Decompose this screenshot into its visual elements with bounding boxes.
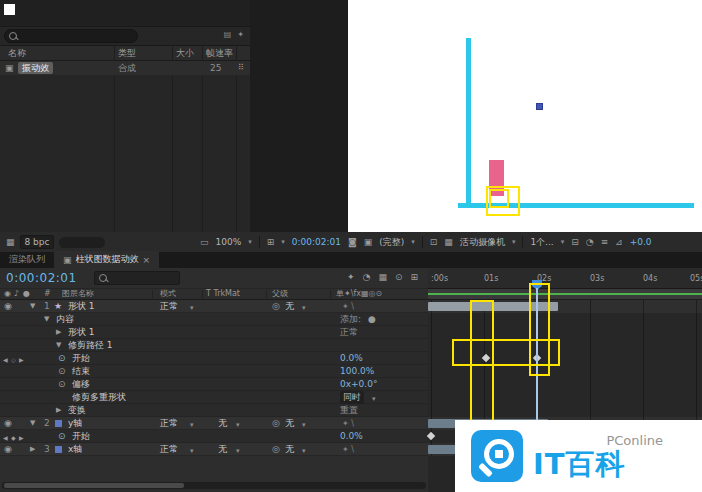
stopwatch-icon[interactable]: ⊙ bbox=[58, 365, 66, 378]
property-value[interactable]: 0.0% bbox=[340, 430, 363, 443]
graph-editor-icon[interactable]: ⊞ bbox=[410, 272, 418, 282]
group-blend-mode[interactable]: 正常 bbox=[340, 326, 358, 339]
scrollbar-handle[interactable] bbox=[4, 483, 184, 488]
frame-blend-icon[interactable]: ▦ bbox=[378, 272, 387, 282]
group-name[interactable]: 形状 1 bbox=[68, 326, 95, 339]
layer-name[interactable]: 形状 1 bbox=[68, 300, 95, 313]
eye-toggle-icon[interactable]: ◉ bbox=[4, 417, 12, 430]
layer-switches[interactable]: ✦ \ bbox=[342, 443, 354, 456]
zoom-select[interactable]: 100% bbox=[216, 237, 242, 247]
layer-name[interactable]: x轴 bbox=[68, 443, 82, 456]
layer-row[interactable]: ◉ ▼ 2 y轴 正常 ▾ 无 ▾ ◎ 无 ▾ ✦ \ bbox=[0, 417, 428, 430]
close-icon[interactable]: × bbox=[143, 255, 151, 265]
stopwatch-icon[interactable]: ⊙ bbox=[58, 378, 66, 391]
property-name[interactable]: 开始 bbox=[72, 430, 90, 443]
project-search-input[interactable] bbox=[4, 29, 138, 43]
expander-icon[interactable]: ▶ bbox=[30, 443, 35, 456]
property-group-row[interactable]: ▼ 修剪路径 1 bbox=[0, 339, 428, 352]
snapshot-icon[interactable]: ◙ bbox=[348, 237, 357, 247]
property-row[interactable]: ◀ ◇ ▶ ⊙ 开始 0.0% bbox=[0, 352, 428, 365]
work-area-bar[interactable] bbox=[428, 289, 702, 300]
property-group-row[interactable]: ▼ 内容 添加: ● bbox=[0, 313, 428, 326]
hide-shy-layers-icon[interactable]: ◔ bbox=[363, 272, 371, 282]
parent-select[interactable]: 无 bbox=[285, 417, 294, 430]
group-name[interactable]: 变换 bbox=[68, 404, 86, 417]
y-axis-shape[interactable] bbox=[466, 38, 471, 208]
exposure-icon[interactable]: ⊿ bbox=[615, 237, 623, 247]
panel-flag-icon[interactable]: ✦ bbox=[237, 30, 244, 39]
expander-icon[interactable]: ▼ bbox=[44, 313, 49, 326]
viewer-timecode[interactable]: 0:00:02:01 bbox=[292, 237, 341, 247]
motion-blur-icon[interactable]: ⊙ bbox=[395, 272, 403, 282]
blend-mode-select[interactable]: 正常 bbox=[160, 300, 178, 313]
time-ruler[interactable]: :00s 01s 02s 03s 04s 05s bbox=[428, 268, 702, 289]
col-trkmat[interactable]: T TrkMat bbox=[206, 289, 240, 299]
stopwatch-icon[interactable]: ⊙ bbox=[58, 430, 66, 443]
trkmat-select[interactable]: 无 bbox=[218, 443, 227, 456]
composition-view[interactable] bbox=[348, 0, 702, 232]
parent-select[interactable]: 无 bbox=[285, 443, 294, 456]
bit-depth-button[interactable]: 8 bpc bbox=[20, 235, 55, 249]
pickwhip-icon[interactable]: ◎ bbox=[272, 443, 280, 456]
layer-color-swatch[interactable] bbox=[55, 420, 62, 427]
pickwhip-icon[interactable]: ◎ bbox=[272, 300, 280, 313]
camera-select[interactable]: 活动摄像机 bbox=[460, 236, 505, 249]
grid-guides-icon[interactable]: ⊞ bbox=[267, 237, 275, 247]
col-type[interactable]: 类型 bbox=[118, 46, 136, 60]
property-group-row[interactable]: ▶ 变换 重置 bbox=[0, 404, 428, 417]
trkmat-select[interactable]: 无 bbox=[218, 417, 227, 430]
layer-row[interactable]: ◉ ▼ 1 ★ 形状 1 正常 ▾ ◎ 无 ▾ ✦ \ bbox=[0, 300, 428, 313]
col-fps[interactable]: 帧速率 bbox=[206, 46, 233, 60]
layer-switches[interactable]: ✦ \ bbox=[342, 417, 354, 430]
add-menu-icon[interactable]: ● bbox=[368, 313, 376, 326]
layer-color-swatch[interactable] bbox=[55, 446, 62, 453]
property-name[interactable]: 偏移 bbox=[72, 378, 90, 391]
property-value[interactable]: 100.0% bbox=[340, 365, 374, 378]
draft-3d-icon[interactable]: ✦ bbox=[347, 272, 355, 282]
property-name[interactable]: 开始 bbox=[72, 352, 90, 365]
fast-preview-icon[interactable]: ◔ bbox=[586, 237, 594, 247]
current-timecode[interactable]: 0:00:02:01 bbox=[6, 271, 77, 285]
blend-mode-select[interactable]: 正常 bbox=[160, 443, 178, 456]
property-group-row[interactable]: ▶ 形状 1 正常 bbox=[0, 326, 428, 339]
stopwatch-icon[interactable]: ⊙ bbox=[58, 352, 66, 365]
expander-icon[interactable]: ▶ bbox=[56, 404, 61, 417]
col-name[interactable]: 名称 bbox=[8, 46, 26, 60]
pickwhip-icon[interactable]: ◎ bbox=[272, 417, 280, 430]
project-item-name[interactable]: 振动效 bbox=[18, 62, 53, 74]
horizontal-scrollbar[interactable] bbox=[2, 482, 426, 489]
pixel-aspect-icon[interactable]: ⊟ bbox=[571, 237, 579, 247]
eye-toggle-icon[interactable]: ◉ bbox=[4, 300, 12, 313]
property-name[interactable]: 结束 bbox=[72, 365, 90, 378]
group-name[interactable]: 修剪路径 1 bbox=[68, 339, 113, 352]
layer-name[interactable]: y轴 bbox=[68, 417, 82, 430]
tab-render-queue[interactable]: 渲染队列 bbox=[0, 251, 54, 268]
col-layer-name[interactable]: 图层名称 bbox=[62, 289, 94, 299]
property-row[interactable]: ◀ ◆ ▶ ⊙ 开始 0.0% bbox=[0, 430, 428, 443]
property-row[interactable]: ⊙ 偏移 0x+0.0° bbox=[0, 378, 428, 391]
timeline-button-icon[interactable]: ≡ bbox=[601, 237, 609, 247]
col-mode[interactable]: 模式 bbox=[160, 289, 176, 299]
anchor-point-dot[interactable] bbox=[536, 103, 543, 110]
transparency-grid-icon[interactable]: ▦ bbox=[444, 237, 453, 247]
parent-select[interactable]: 无 bbox=[285, 300, 294, 313]
timeline-search-input[interactable] bbox=[94, 271, 180, 285]
tab-composition[interactable]: ▣ 柱状图数据动效 × bbox=[54, 251, 159, 268]
keyframe-diamond[interactable] bbox=[427, 432, 435, 440]
interpret-footage-box[interactable] bbox=[59, 237, 105, 248]
expander-icon[interactable]: ▶ bbox=[56, 326, 61, 339]
exposure-value[interactable]: +0.0 bbox=[630, 237, 652, 247]
monitor-icon[interactable]: ▭ bbox=[200, 237, 209, 247]
panel-option-icon[interactable]: ▤ bbox=[224, 30, 232, 39]
project-item-row[interactable]: ▣ 振动效 合成 25 ⠿ bbox=[0, 61, 250, 75]
resolution-select[interactable]: (完整) bbox=[379, 236, 404, 249]
property-value[interactable]: 0.0% bbox=[340, 352, 363, 365]
roi-icon[interactable]: ⊡ bbox=[430, 237, 438, 247]
group-name[interactable]: 内容 bbox=[56, 313, 74, 326]
add-shape-button[interactable]: 添加: bbox=[340, 313, 361, 326]
reset-button[interactable]: 重置 bbox=[340, 404, 358, 417]
expander-icon[interactable]: ▼ bbox=[56, 339, 61, 352]
property-row[interactable]: 修剪多重形状 同时 ▾ bbox=[0, 391, 428, 404]
show-snapshot-icon[interactable]: ▣ bbox=[364, 237, 373, 247]
col-parent[interactable]: 父级 bbox=[272, 289, 288, 299]
